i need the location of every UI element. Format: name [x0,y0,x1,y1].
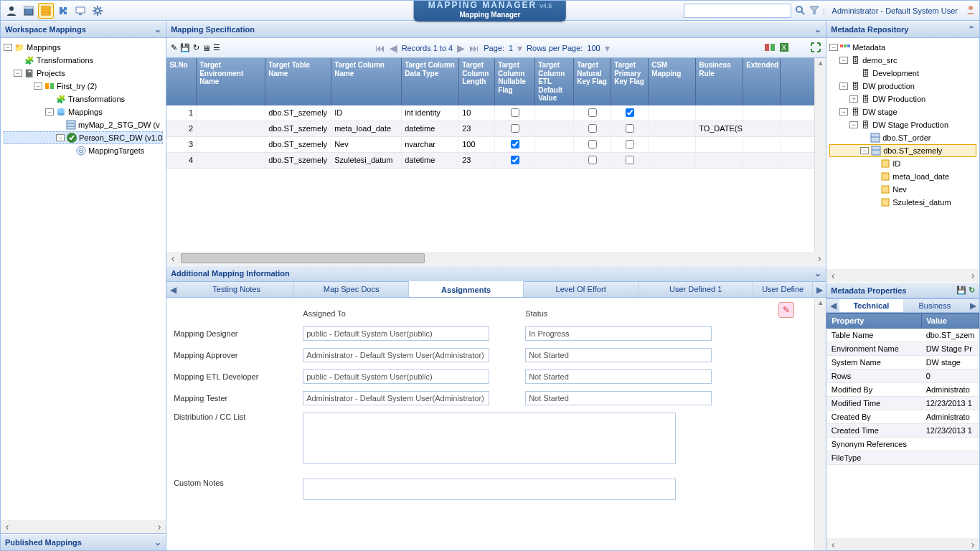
rtree-col-nev[interactable]: Nev [829,183,976,196]
chevron-down-icon[interactable]: ⌄ [814,268,821,278]
props-row[interactable]: Environment NameDW Stage Pr [827,342,979,356]
table-row[interactable]: 2dbo.ST_szemelymeta_load_datedatetime23T… [166,121,814,137]
next-page-icon[interactable]: ▶ [457,42,465,54]
props-row[interactable]: System NameDW stage [827,356,979,369]
distribution-textarea[interactable] [303,413,676,464]
grid-icon[interactable] [38,3,54,19]
user-badge-icon[interactable] [965,4,976,17]
edit-icon[interactable]: ✎ [171,43,177,52]
custom-notes-textarea[interactable] [303,479,676,500]
rtree-development[interactable]: 🗄Development [829,67,976,80]
tree-transformations-2[interactable]: 🧩Transformations [4,93,163,105]
primary-key-checkbox[interactable] [626,140,634,149]
expand-icon[interactable] [810,42,821,55]
designer-status-input[interactable] [525,326,712,341]
tree-person-src[interactable]: −Person_SRC_DW (v1.0 [4,131,163,144]
props-row[interactable]: FileType [827,451,979,465]
etl-assigned-input[interactable] [303,369,489,384]
tab-user-defined-x[interactable]: User Define [753,282,813,297]
tab-technical[interactable]: Technical [839,299,903,312]
user-icon[interactable] [4,3,19,19]
props-scroll-right-icon[interactable]: ▶ [966,299,979,312]
approver-status-input[interactable] [525,348,712,362]
props-row[interactable]: Modified ByAdministrato [827,383,979,397]
rtree-st-szemely[interactable]: −dbo.ST_szemely [829,144,976,157]
rtree-hscroll[interactable]: ‹› [826,269,979,282]
grid-hscroll[interactable]: ‹› [166,252,826,265]
search-input[interactable] [684,4,791,18]
first-page-icon[interactable]: ⏮ [375,42,385,54]
tree-mapping-targets[interactable]: MappingTargets [4,144,163,157]
metadata-repo-header[interactable]: Metadata Repository⌃ [826,21,979,38]
tabs-scroll-left-icon[interactable]: ◀ [166,282,179,297]
vertical-scrollbar[interactable]: ▴ [814,58,826,252]
tab-business[interactable]: Business [903,299,966,312]
filter-icon[interactable] [809,4,820,17]
rtree-dw-production-2[interactable]: +🗄DW Production [829,93,976,105]
props-row[interactable]: Synonym References [827,438,979,451]
rtree-dw-stage-prod[interactable]: −🗄DW Stage Production [829,118,976,131]
props-row[interactable]: Table Namedbo.ST_szem [827,329,979,342]
primary-key-checkbox[interactable] [626,124,634,133]
edit-assignments-button[interactable]: ✎ [778,302,794,318]
props-hscroll[interactable]: ‹› [826,538,979,551]
designer-assigned-input[interactable] [303,326,489,341]
rtree-col-szul[interactable]: Szuletesi_datum [829,196,976,209]
rtree-dw-stage[interactable]: −🗄DW stage [829,105,976,118]
props-scroll-left-icon[interactable]: ◀ [826,299,839,312]
props-row[interactable]: Rows0 [827,369,979,383]
natural-key-checkbox[interactable] [588,124,597,133]
props-row[interactable]: Created ByAdministrato [827,410,979,424]
nullable-checkbox[interactable] [511,108,519,117]
tree-first-try[interactable]: −First_try (2) [4,80,163,93]
refresh-icon[interactable]: ↻ [193,43,199,52]
natural-key-checkbox[interactable] [588,156,597,164]
save-icon[interactable]: 💾 [180,43,190,52]
search-icon[interactable] [794,4,806,17]
save-props-icon[interactable]: 💾 [956,286,966,294]
chevron-up-icon[interactable]: ⌃ [968,24,975,34]
screen-icon[interactable] [72,3,88,19]
rtree-st-order[interactable]: dbo.ST_order [829,131,976,144]
tab-map-spec-docs[interactable]: Map Spec Docs [294,282,409,297]
primary-key-checkbox[interactable] [626,108,634,117]
refresh-props-icon[interactable]: ↻ [969,286,975,294]
tab-assignments[interactable]: Assignments [409,281,524,297]
tester-status-input[interactable] [525,391,712,405]
natural-key-checkbox[interactable] [588,108,597,117]
rpp-dropdown-icon[interactable]: ▾ [605,42,610,54]
rtree-demo-src[interactable]: −🗄demo_src [829,54,976,67]
assign-vscroll[interactable]: ▴ [814,298,826,551]
props-row[interactable]: Modified Time12/23/2013 1 [827,397,979,410]
monitor-icon[interactable]: 🖥 [202,44,210,52]
tree-transformations[interactable]: 🧩Transformations [4,54,163,67]
last-page-icon[interactable]: ⏭ [469,42,479,54]
tree-mappings-2[interactable]: −Mappings [4,105,163,118]
table-row[interactable]: 1dbo.ST_szemelyIDint identity10 [166,105,814,121]
tab-testing-notes[interactable]: Testing Notes [179,282,294,297]
etl-status-input[interactable] [525,369,712,384]
tester-assigned-input[interactable] [303,391,489,405]
window-icon[interactable] [21,3,37,19]
etl-icon[interactable] [764,42,776,55]
tree-projects[interactable]: −📓Projects [4,67,163,80]
tabs-scroll-right-icon[interactable]: ▶ [813,282,826,297]
natural-key-checkbox[interactable] [588,140,597,149]
puzzle-icon[interactable] [55,3,71,19]
table-row[interactable]: 4dbo.ST_szemelySzuletesi_datumdatetime23 [166,153,814,169]
tree-mymap[interactable]: myMap_2_STG_DW (v [4,118,163,131]
rtree-col-meta[interactable]: meta_load_date [829,170,976,183]
prev-page-icon[interactable]: ◀ [390,42,397,54]
rtree-metadata[interactable]: −Metadata [829,41,976,54]
rtree-dw-production[interactable]: −🗄DW production [829,80,976,93]
nullable-checkbox[interactable] [511,156,519,164]
list-icon[interactable]: ☰ [213,43,220,52]
rtree-col-id[interactable]: ID [829,157,976,170]
workspace-mappings-header[interactable]: Workspace Mappings⌄ [1,21,166,38]
tab-user-defined-1[interactable]: User Defined 1 [639,282,753,297]
gear-icon[interactable] [90,3,105,19]
published-mappings-header[interactable]: Published Mappings⌄ [1,534,166,551]
nullable-checkbox[interactable] [511,140,519,149]
nullable-checkbox[interactable] [511,124,519,133]
table-row[interactable]: 3dbo.ST_szemelyNevnvarchar100 [166,137,814,153]
